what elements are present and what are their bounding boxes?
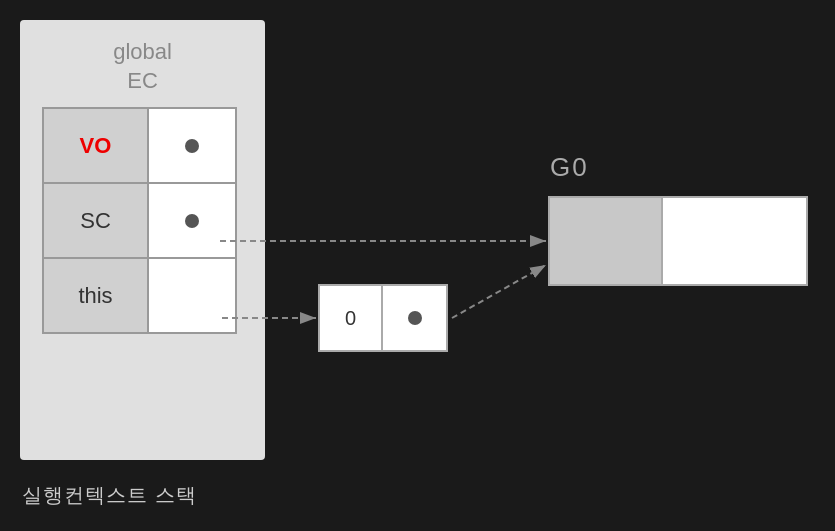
sc-box-dot-area	[383, 286, 446, 350]
sc-to-g0-arrow	[452, 265, 546, 318]
stack-label: 실행컨텍스트 스택	[22, 482, 197, 509]
global-ec-label: global EC	[20, 20, 265, 107]
sc-box-value: 0	[320, 286, 383, 350]
sc-box: 0	[318, 284, 448, 352]
g0-box-left	[550, 198, 663, 284]
global-ec-box: global EC VO SC this	[20, 20, 265, 460]
vo-dot	[185, 139, 199, 153]
diagram: global EC VO SC this 실행컨텍스트 스택	[0, 0, 835, 531]
g0-box	[548, 196, 808, 286]
sc-dot	[185, 214, 199, 228]
ec-table: VO SC this	[42, 107, 237, 334]
table-row: this	[43, 258, 236, 333]
vo-value-cell	[148, 108, 236, 183]
sc-label-cell: SC	[43, 183, 148, 258]
this-label-cell: this	[43, 258, 148, 333]
sc-box-dot	[408, 311, 422, 325]
vo-label-cell: VO	[43, 108, 148, 183]
g0-label: G0	[550, 152, 589, 183]
sc-value-cell	[148, 183, 236, 258]
this-value-cell	[148, 258, 236, 333]
table-row: SC	[43, 183, 236, 258]
g0-box-right	[663, 198, 806, 284]
table-row: VO	[43, 108, 236, 183]
